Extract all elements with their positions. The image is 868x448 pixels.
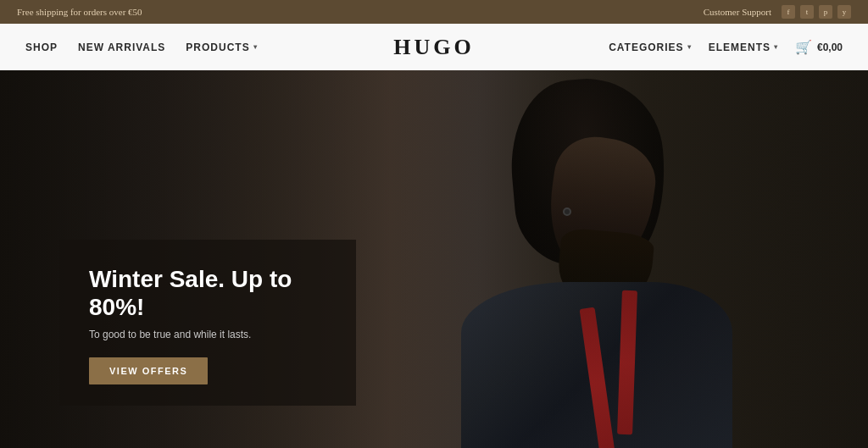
hero-title: Winter Sale. Up to 80%! <box>89 265 326 322</box>
nav-left: SHOP NEW ARRIVALS PRODUCTS ▾ <box>25 41 258 53</box>
hero-content: Winter Sale. Up to 80%! To good to be tr… <box>59 240 356 406</box>
hero-subtitle: To good to be true and while it lasts. <box>89 329 326 340</box>
cart-icon: 🛒 <box>795 39 812 55</box>
site-logo[interactable]: HUGO <box>393 35 474 60</box>
hero-section: Winter Sale. Up to 80%! To good to be tr… <box>0 70 868 448</box>
cart-button[interactable]: 🛒 €0,00 <box>795 39 843 55</box>
customer-support-link[interactable]: Customer Support <box>704 7 771 17</box>
nav-categories[interactable]: CATEGORIES ▾ <box>609 41 691 53</box>
main-nav: SHOP NEW ARRIVALS PRODUCTS ▾ HUGO CATEGO… <box>0 24 868 70</box>
nav-products[interactable]: PRODUCTS ▾ <box>186 41 257 53</box>
nav-new-arrivals[interactable]: NEW ARRIVALS <box>78 41 165 53</box>
cart-amount: €0,00 <box>817 41 843 53</box>
top-bar: Free shipping for orders over €50 Custom… <box>0 0 868 24</box>
facebook-icon[interactable]: f <box>782 5 795 19</box>
social-icons: f t p y <box>782 5 851 19</box>
top-bar-right: Customer Support f t p y <box>704 5 851 19</box>
elements-chevron-icon: ▾ <box>774 43 778 51</box>
products-chevron-icon: ▾ <box>253 43 258 51</box>
pinterest-icon[interactable]: p <box>819 5 832 19</box>
nav-shop[interactable]: SHOP <box>25 41 58 53</box>
nav-right: CATEGORIES ▾ ELEMENTS ▾ 🛒 €0,00 <box>609 39 843 55</box>
twitter-icon[interactable]: t <box>800 5 814 19</box>
shipping-message: Free shipping for orders over €50 <box>17 7 142 17</box>
youtube-icon[interactable]: y <box>837 5 851 19</box>
categories-chevron-icon: ▾ <box>687 43 692 51</box>
nav-elements[interactable]: ELEMENTS ▾ <box>709 41 778 53</box>
view-offers-button[interactable]: VIEW OFFERS <box>89 357 208 384</box>
